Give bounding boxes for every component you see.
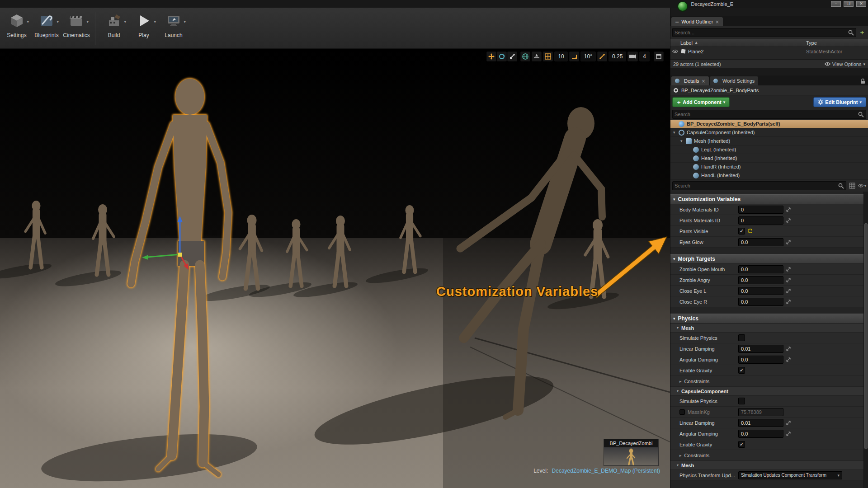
camera-speed-value[interactable]: 4 xyxy=(639,52,650,61)
details-tab-close-icon[interactable]: × xyxy=(702,79,705,84)
linear-damping-input[interactable] xyxy=(738,419,783,427)
stepper-icon[interactable] xyxy=(786,346,791,352)
constraints-expander[interactable]: ▸ Constraints xyxy=(670,379,738,384)
close-eye-r-input[interactable] xyxy=(738,298,783,306)
outliner-search-input[interactable] xyxy=(675,30,848,35)
view-options-button[interactable]: View Options ▾ xyxy=(825,61,865,67)
close-button[interactable]: ✕ xyxy=(856,1,866,7)
subsection-mesh-2[interactable]: ▾ Mesh xyxy=(670,461,863,470)
scale-tool-button[interactable] xyxy=(507,52,517,61)
component-row-handr[interactable]: HandR (Inherited) xyxy=(670,163,868,171)
column-label[interactable]: Label ▲ xyxy=(670,40,806,46)
stepper-icon[interactable] xyxy=(786,239,791,245)
property-matrix-icon[interactable] xyxy=(848,182,856,190)
expand-arrow-icon[interactable]: ▾ xyxy=(673,130,679,135)
component-row-head[interactable]: Head (Inherited) xyxy=(670,154,868,163)
grid-snap-value[interactable]: 10 xyxy=(554,52,567,61)
component-row-legl[interactable]: LegL (Inherited) xyxy=(670,145,868,154)
angular-damping-input[interactable] xyxy=(738,430,783,438)
level-name-link[interactable]: DecayedZombie_E_DEMO_Map (Persistent) xyxy=(552,468,660,474)
zombie-open-mouth-input[interactable] xyxy=(738,265,783,273)
maximize-viewport-button[interactable] xyxy=(654,52,664,61)
scrollbar-thumb[interactable] xyxy=(864,223,868,449)
constraints-expander[interactable]: ▸ Constraints xyxy=(670,453,738,458)
stepper-icon[interactable] xyxy=(786,267,791,272)
restore-button[interactable]: ❐ xyxy=(844,1,854,7)
blueprint-thumbnail[interactable]: BP_DecayedZombi xyxy=(604,439,659,466)
stepper-icon[interactable] xyxy=(786,357,791,362)
move-tool-button[interactable] xyxy=(486,52,496,61)
outliner-row-plane2[interactable]: Plane2 StaticMeshActor xyxy=(670,47,868,56)
add-component-button[interactable]: + Add Component ▾ xyxy=(672,97,730,107)
stepper-icon[interactable] xyxy=(786,288,791,294)
blueprints-button[interactable]: ▾ Blueprints xyxy=(33,10,61,47)
component-row-self[interactable]: BP_DecayedZombie_E_BodyParts(self) xyxy=(670,120,868,128)
section-customization-variables[interactable]: ▾ Customization Variables xyxy=(670,194,863,204)
stepper-icon[interactable] xyxy=(786,207,791,212)
cinematics-dropdown-icon[interactable]: ▾ xyxy=(86,19,89,24)
scale-snap-value[interactable]: 0.25 xyxy=(609,52,626,61)
play-button[interactable]: ▾ Play xyxy=(130,10,158,47)
section-physics[interactable]: ▾ Physics xyxy=(670,314,863,324)
simulate-physics-checkbox[interactable] xyxy=(738,398,745,404)
column-type[interactable]: Type xyxy=(806,40,868,46)
pants-visible-checkbox[interactable]: ✓ xyxy=(738,228,745,235)
property-visibility-icon[interactable]: ▾ xyxy=(858,182,866,190)
build-dropdown-icon[interactable]: ▾ xyxy=(124,19,126,24)
blueprints-dropdown-icon[interactable]: ▾ xyxy=(57,19,59,24)
outliner-tab-close-icon[interactable]: × xyxy=(715,19,719,24)
stepper-icon[interactable] xyxy=(786,218,791,223)
create-actor-icon[interactable]: + xyxy=(858,28,866,37)
override-mass-checkbox[interactable] xyxy=(679,409,685,415)
expand-arrow-icon[interactable]: ▾ xyxy=(680,139,686,143)
settings-dropdown-icon[interactable]: ▾ xyxy=(27,19,29,24)
launch-dropdown-icon[interactable]: ▾ xyxy=(184,19,186,24)
details-scrollbar[interactable] xyxy=(863,192,868,488)
eyes-glow-input[interactable] xyxy=(738,238,783,246)
rotation-snap-value[interactable]: 10° xyxy=(580,52,596,61)
stepper-icon[interactable] xyxy=(786,277,791,283)
reset-to-default-icon[interactable] xyxy=(747,229,753,234)
tab-world-settings[interactable]: World Settings xyxy=(710,76,758,85)
rotation-snap-button[interactable] xyxy=(569,52,579,61)
angular-damping-input[interactable] xyxy=(738,356,783,364)
stepper-icon[interactable] xyxy=(786,299,791,305)
stepper-icon[interactable] xyxy=(786,420,791,426)
close-eye-l-input[interactable] xyxy=(738,287,783,295)
rotate-tool-button[interactable] xyxy=(497,52,507,61)
component-search-box[interactable] xyxy=(672,110,866,119)
simulate-physics-checkbox[interactable] xyxy=(738,334,745,341)
property-search-input[interactable] xyxy=(675,183,838,188)
subsection-capsulecomponent[interactable]: ▾ CapsuleComponent xyxy=(670,387,863,396)
launch-button[interactable]: ▾ Launch xyxy=(160,10,188,47)
play-dropdown-icon[interactable]: ▾ xyxy=(154,19,156,24)
world-coordinate-button[interactable] xyxy=(520,52,530,61)
lock-icon[interactable] xyxy=(860,78,865,84)
component-row-mesh[interactable]: ▾ Mesh (Inherited) xyxy=(670,137,868,145)
component-row-capsule[interactable]: ▾ CapsuleComponent (Inherited) xyxy=(670,128,868,137)
pants-materials-id-input[interactable] xyxy=(738,216,783,225)
grid-snap-button[interactable] xyxy=(543,52,553,61)
level-viewport[interactable]: 10 10° 0.25 4 Customization Variables BP… xyxy=(0,49,670,488)
enable-gravity-checkbox[interactable]: ✓ xyxy=(738,367,745,374)
settings-button[interactable]: ▾ Settings xyxy=(3,10,31,47)
subsection-mesh[interactable]: ▾ Mesh xyxy=(670,324,863,333)
enable-gravity-checkbox[interactable]: ✓ xyxy=(738,441,745,448)
surface-snap-button[interactable] xyxy=(532,52,542,61)
zombie-angry-input[interactable] xyxy=(738,276,783,284)
build-button[interactable]: ▾ Build xyxy=(100,10,128,47)
cinematics-button[interactable]: ▾ Cinematics xyxy=(62,10,90,47)
outliner-search-box[interactable] xyxy=(672,28,856,37)
property-search-box[interactable] xyxy=(672,181,846,190)
body-materials-id-input[interactable] xyxy=(738,206,783,214)
linear-damping-input[interactable] xyxy=(738,345,783,353)
section-morph-targets[interactable]: ▾ Morph Targets xyxy=(670,254,863,264)
minimize-button[interactable]: – xyxy=(831,1,841,7)
tab-world-outliner[interactable]: ≡ World Outliner × xyxy=(671,17,723,26)
visibility-eye-icon[interactable] xyxy=(670,49,679,53)
component-search-input[interactable] xyxy=(675,112,858,117)
camera-speed-button[interactable] xyxy=(627,52,638,61)
component-row-handl[interactable]: HandL (Inherited) xyxy=(670,171,868,180)
stepper-icon[interactable] xyxy=(786,431,791,436)
scale-snap-button[interactable] xyxy=(597,52,607,61)
